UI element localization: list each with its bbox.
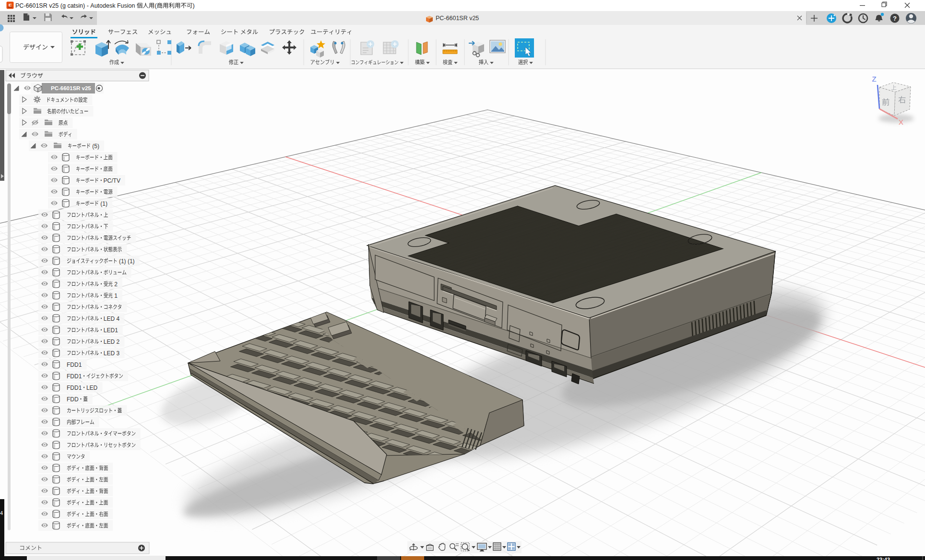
svg-text:PC/TV: PC/TV	[104, 177, 120, 184]
svg-text:(1) (1): (1) (1)	[118, 258, 135, 265]
svg-text:LED 3: LED 3	[104, 350, 120, 357]
svg-text:LED: LED	[86, 385, 98, 391]
svg-text:FDD: FDD	[67, 396, 79, 403]
svg-text:FDD1: FDD1	[67, 385, 82, 391]
svg-text:Z: Z	[872, 75, 876, 83]
svg-text:PC-6601SR v25 (g catsin) - Aut: PC-6601SR v25 (g catsin) - Autodesk Fusi…	[15, 2, 137, 9]
svg-text:23:43: 23:43	[877, 557, 890, 560]
svg-text:(1): (1)	[99, 200, 107, 207]
svg-text:LED 4: LED 4	[104, 315, 120, 322]
svg-text:1: 1	[113, 292, 118, 299]
svg-text:2: 2	[113, 281, 118, 288]
svg-text:FDD1: FDD1	[67, 373, 82, 380]
svg-text:X: X	[899, 118, 903, 126]
svg-text:(5): (5)	[91, 143, 99, 150]
svg-text:?: ?	[893, 15, 897, 22]
svg-text:): )	[193, 2, 195, 9]
svg-text:FDD1: FDD1	[67, 362, 82, 368]
svg-text:PC-6601SR v25: PC-6601SR v25	[436, 15, 479, 22]
svg-text:LED1: LED1	[104, 327, 118, 334]
svg-text:4: 4	[0, 510, 3, 516]
svg-text:PC-6601SR v25: PC-6601SR v25	[51, 85, 91, 91]
svg-text:LED 2: LED 2	[104, 338, 120, 345]
